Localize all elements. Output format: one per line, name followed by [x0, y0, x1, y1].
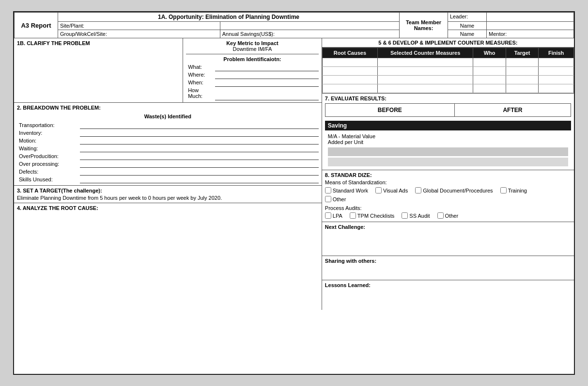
lpa-input[interactable]: [325, 212, 331, 219]
inventory-label: Inventory:: [17, 129, 80, 137]
develop-header: 5 & 6 DEVELOP & IMPLEMENT COUNTER MEASUR…: [322, 38, 574, 48]
overproduction-label: OverProducition:: [17, 152, 80, 160]
visual-ads-input[interactable]: [375, 187, 382, 193]
before-label: BEFORE: [325, 104, 454, 117]
transportation-label: Transportation:: [17, 121, 80, 129]
wastes-label: Waste(s) Identified: [17, 113, 319, 119]
waiting-value: [80, 145, 319, 152]
over-processing-value: [80, 160, 319, 168]
savings-label: Annual Savings(US$):: [220, 30, 399, 38]
when-label: When:: [186, 79, 215, 86]
report-title: 1A. Opportunity: Elimination of Planning…: [58, 13, 400, 22]
key-metric-label: Key Metric to Impact: [186, 40, 319, 46]
leader-value: [487, 13, 574, 22]
other2-input[interactable]: [437, 212, 444, 219]
key-metric-value: Downtime IM/FA: [186, 46, 319, 52]
how-much-value: [215, 86, 319, 100]
what-label: What:: [186, 63, 215, 71]
cm-row-2: [322, 67, 573, 76]
leader-label: Leader:: [448, 13, 487, 22]
training-input[interactable]: [500, 187, 507, 193]
training-checkbox[interactable]: Training: [500, 187, 527, 193]
motion-label: Motion:: [17, 137, 80, 145]
how-much-label: How Much:: [186, 86, 215, 100]
over-processing-label: Over processing:: [17, 160, 80, 168]
other2-checkbox[interactable]: Other: [437, 212, 459, 219]
col-who: Who: [473, 48, 506, 58]
mentor-label: Mentor:: [487, 30, 574, 38]
site-value: [220, 22, 399, 30]
skills-unused-value: [80, 176, 319, 183]
col-finish: Finish: [539, 48, 574, 58]
name-label-1: Name: [448, 22, 487, 30]
a3-report-page: A3 Report 1A. Opportunity: Elimination o…: [13, 11, 575, 375]
overproduction-value: [80, 152, 319, 160]
saving-bar-2: [328, 158, 568, 166]
section-4-header: 4. ANALYZE THE ROOT CAUSE:: [17, 205, 319, 211]
ma-label: M/A - Material Value Added per Unit: [325, 132, 571, 146]
section-1b-header: 1B. CLARIFY THE PROBLEM: [17, 40, 180, 46]
target-text: Eliminate Planning Downtime from 5 hours…: [17, 195, 319, 201]
saving-bar-1: [328, 147, 568, 156]
section-7-header: 7. EVALUATE RESULTS:: [325, 96, 571, 101]
inventory-value: [80, 129, 319, 137]
other1-checkbox[interactable]: Other: [325, 196, 346, 202]
saving-label: Saving: [325, 121, 571, 130]
section-8-header: 8. STANDAR DIZE:: [325, 172, 571, 178]
col-target: Target: [506, 48, 538, 58]
section-2-header: 2. BREAKDOWN THE PROBLEM:: [17, 105, 319, 111]
sharing-label: Sharing with others:: [325, 258, 571, 264]
next-challenge-label: Next Challenge:: [325, 224, 571, 230]
std-work-input[interactable]: [325, 187, 331, 193]
global-doc-input[interactable]: [415, 187, 421, 193]
cm-row-3: [322, 76, 573, 84]
cm-row-4: [322, 84, 573, 93]
col-selected-measures: Selected Counter Measures: [378, 48, 473, 58]
prob-id-label: Problem Identificaiotn:: [186, 56, 319, 62]
tpm-checkbox[interactable]: TPM Checklists: [350, 212, 394, 219]
visual-ads-checkbox[interactable]: Visual Ads: [375, 187, 408, 193]
after-label: AFTER: [454, 104, 571, 117]
team-member-label: Team Member Names:: [400, 13, 448, 38]
motion-value: [80, 137, 319, 145]
group-label: Group/WokCel/Site:: [58, 30, 220, 38]
process-audits-label: Process Audits:: [325, 205, 571, 211]
col-root-causes: Root Causes: [322, 48, 377, 58]
other1-input[interactable]: [325, 196, 331, 202]
where-label: Where:: [186, 71, 215, 79]
ss-audit-input[interactable]: [402, 212, 408, 219]
defects-label: Defects:: [17, 168, 80, 176]
waiting-label: Waiting:: [17, 145, 80, 152]
global-doc-checkbox[interactable]: Global Document/Procedures: [415, 187, 493, 193]
transportation-value: [80, 121, 319, 129]
defects-value: [80, 168, 319, 176]
skills-unused-label: Skills Unused:: [17, 176, 80, 183]
tpm-input[interactable]: [350, 212, 356, 219]
name-value-1: [487, 22, 574, 30]
what-value: [215, 63, 319, 71]
section-3-header: 3. SET A TARGET(The challenge):: [17, 188, 319, 193]
lpa-checkbox[interactable]: LPA: [325, 212, 342, 219]
site-label: Site/Plant:: [58, 22, 220, 30]
ss-audit-checkbox[interactable]: SS Audit: [402, 212, 430, 219]
means-label: Means of Standardization:: [325, 179, 571, 185]
where-value: [215, 71, 319, 79]
a3-report-label: A3 Report: [15, 13, 58, 38]
name-label-2: Name: [448, 30, 487, 38]
when-value: [215, 79, 319, 86]
cm-row-1: [322, 58, 573, 67]
lessons-label: Lessons Learned:: [325, 282, 571, 288]
std-work-checkbox[interactable]: Standard Work: [325, 187, 368, 193]
